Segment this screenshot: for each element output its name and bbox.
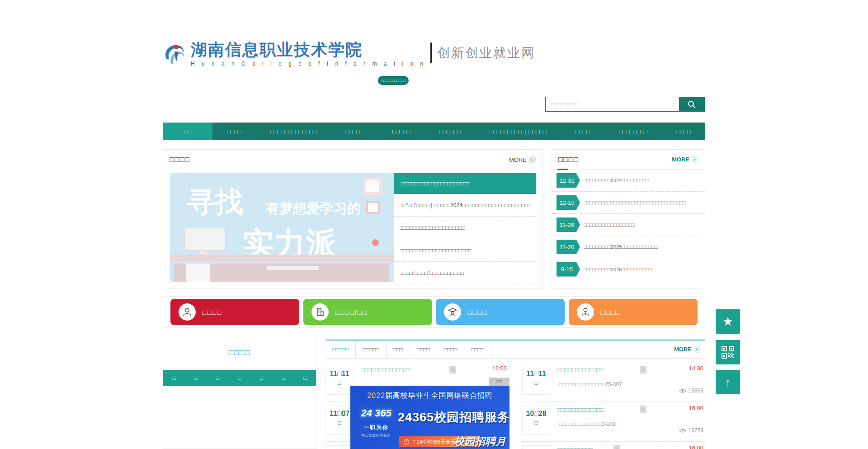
notice-more-link[interactable]: MORE ▶ — [672, 156, 698, 163]
banner-text-1: 寻找 — [187, 183, 243, 221]
ad-close-button[interactable]: □□ — [489, 378, 509, 386]
news-list-item[interactable]: □□□□□□□□□□□□□□□□□□□□ — [394, 217, 536, 239]
quick-link-3[interactable]: □□□□ — [436, 299, 565, 325]
nav-item-5[interactable]: □□□□□□ — [374, 123, 425, 140]
news-item-text: □□“□□”□□□□ | □□□□□2024□□□□□□□□□□□□□□□□□□… — [400, 202, 531, 208]
logo-divider — [430, 43, 432, 63]
tab-6[interactable]: □□□□ — [464, 340, 491, 358]
quick-link-label: □□□□ — [202, 308, 222, 316]
notice-date-badge: 12-31 — [557, 173, 580, 188]
job-title: □□□□□□□□□□□□□ — [557, 406, 604, 413]
job-item[interactable]: 10□27 □ □□□□□□□□□□ □ 16:00 — [522, 442, 705, 449]
college-logo-icon — [163, 41, 186, 67]
banner-frame-decor — [366, 201, 380, 214]
banner-frame-decor — [363, 178, 382, 195]
job-date: 11□07 □ — [326, 406, 354, 435]
back-to-top-button[interactable]: ↑ — [716, 370, 740, 394]
nav-item-6[interactable]: □□□□□□ — [425, 123, 476, 140]
ad-logo-number: 24 365 — [357, 407, 396, 419]
job-item[interactable]: 10□28 □ □□□□□□□□□□□□□ □ □□□□□□□□□□□□□3-2… — [522, 402, 705, 442]
news-list: □□□□□□□□□□□□□□□□□□□□□ □□“□□”□□□□ | □□□□□… — [394, 173, 536, 284]
nav-item-10[interactable]: □□□□ — [662, 123, 705, 140]
qrcode-icon — [722, 346, 734, 359]
quick-link-1[interactable]: □□□□ — [170, 299, 299, 325]
nav-item-home[interactable]: □□ — [163, 123, 212, 140]
job-views: 19759 — [679, 427, 703, 434]
ad-banner[interactable]: 2022届高校毕业生全国网络联合招聘 24 365 一职为你 网上校园招聘服务 … — [350, 386, 509, 449]
nav-item-7[interactable]: □□□□□□□□□□□□□□□□ — [475, 123, 561, 140]
qrcode-button[interactable] — [716, 340, 740, 364]
job-subtitle: □□□□□□□□□□□□□□25-307 — [559, 381, 622, 388]
ad-logo: 24 365 一职为你 网上校园招聘服务 — [357, 407, 396, 438]
more-label: MORE — [509, 156, 527, 163]
job-date-day: □ — [523, 380, 550, 386]
site-logo[interactable]: 湖南信息职业技术学院 H u n a n C o l l e g e o f I… — [163, 41, 535, 67]
nav-item-4[interactable]: □□□□ — [331, 123, 374, 140]
tab-4[interactable]: □□□□ — [410, 340, 437, 358]
notice-item[interactable]: 12-10 □□□□□□□□□□□□□□□□□□□□□□□□□□□□□□□□□□ — [552, 192, 705, 214]
search-bar — [545, 97, 705, 112]
job-date-day: □ — [326, 380, 353, 386]
weekday-cell: □ — [229, 370, 250, 386]
banner-dot-decor — [372, 239, 379, 246]
ad-year-rest: 届高校毕业生全国网络联合招聘 — [385, 392, 493, 399]
quick-link-2[interactable]: □□□□/□□ — [303, 299, 432, 325]
main-nav: □□ □□□□ □□□□□□□□□□□□□ □□□□ □□□□□□ □□□□□□… — [163, 123, 705, 140]
news-list-item[interactable]: □□□□□□□□□□□□□□□□□□□□□□ — [394, 239, 536, 262]
site-name: 创新创业就业网 — [437, 44, 535, 61]
carousel-banner[interactable]: 寻找 有梦想爱学习的 实力派 — [170, 173, 394, 282]
job-date: 10□30 □ — [326, 445, 354, 449]
tab-5[interactable]: □□□□ — [437, 340, 464, 358]
job-column-right: 11□11 □ □□□□□□□□□□□□□ □ □□□□□□□□□□□□□□25… — [522, 362, 705, 449]
news-list-item[interactable]: □□“□□”□□□□ | □□□□□2024□□□□□□□□□□□□□□□□□□… — [394, 194, 536, 217]
notice-date-badge: 12-10 — [557, 195, 580, 210]
star-icon: ★ — [722, 315, 733, 329]
job-title: □□□□□□□□□□ — [557, 446, 593, 449]
notice-panel: □□□□ MORE ▶ 12-31 □□□□□□□□□2024□□□□□□□□□… — [552, 149, 705, 288]
notice-date-badge: 9-15 — [557, 262, 580, 277]
nav-item-9[interactable]: □□□□□□□□ — [604, 123, 662, 140]
ad-logo-tiny: 网上校园招聘服务 — [357, 433, 396, 438]
quick-link-4[interactable]: □□□□ — [569, 299, 698, 325]
nav-item-3[interactable]: □□□□□□□□□□□□□ — [256, 123, 331, 140]
news-item-text: □□□□□□□□□□□□□□□□□□□□ — [400, 225, 465, 231]
ad-year: 2022 — [367, 392, 385, 399]
notice-item[interactable]: 9-15 □□□□□□□□□2025□□□□□□□□□□ — [552, 258, 705, 280]
tab-3[interactable]: □□□ — [387, 340, 410, 358]
search-button[interactable] — [679, 97, 704, 111]
eye-icon — [679, 388, 686, 393]
notice-panel-title: □□□□ — [558, 155, 579, 164]
notice-item[interactable]: 12-31 □□□□□□□□□2024□□□□□□□□□ — [552, 170, 705, 192]
tab-1[interactable]: □□□□□ — [326, 340, 356, 358]
news-list-item[interactable]: □□□□“□□□□”□□ □□□□□□□□ — [394, 262, 536, 284]
favorite-button[interactable]: ★ — [716, 309, 740, 334]
notice-item-text: □□□□□□□□□□□□□□□□□ — [584, 222, 635, 227]
job-date-monthday: 11□07 — [326, 410, 353, 418]
news-list-item[interactable]: □□□□□□□□□□□□□□□□□□□□□ — [394, 173, 536, 194]
nav-item-2[interactable]: □□□□ — [212, 123, 256, 140]
news-more-link[interactable]: MORE ▶ — [509, 156, 536, 163]
ad-headline-top: 2022届高校毕业生全国网络联合招聘 — [350, 391, 509, 401]
job-time: 16:00 — [689, 405, 703, 411]
tab-2[interactable]: □□□□□ — [356, 340, 386, 358]
eye-icon — [679, 428, 686, 433]
job-item[interactable]: 11□11 □ □□□□□□□□□□□□□ □ □□□□□□□□□□□□□□25… — [522, 362, 705, 402]
notice-item-text: □□□□□□□□□□□□□□□□□□□□□□□□□□□□□□□□□□ — [584, 200, 686, 205]
clock-icon — [404, 439, 409, 444]
notice-date-badge: 11-20 — [557, 240, 580, 254]
search-input[interactable] — [546, 97, 679, 111]
building-icon — [311, 303, 329, 321]
entry-pill-button[interactable]: □□□□□□□□□□□ — [378, 76, 409, 85]
job-date-monthday: 11□11 — [523, 370, 550, 378]
notice-item[interactable]: 11-29 □□□□□□□□□□□□□□□□□ — [552, 214, 705, 236]
notice-item[interactable]: 11-20 □□□□□□□□□2025□□□□□□□□□□□□ — [552, 236, 705, 258]
quick-link-label: □□□□ — [600, 308, 620, 316]
jobs-more-link[interactable]: MORE ▶ — [674, 340, 705, 358]
calendar-week-row: □ □ □ □ □ □ □ — [163, 370, 316, 386]
banner-desk-decor — [170, 255, 394, 261]
nav-item-8[interactable]: □□□□ — [561, 123, 604, 140]
quick-link-label: □□□□/□□ — [335, 308, 368, 316]
job-views-count: 19759 — [689, 427, 703, 434]
notice-date-badge: 11-29 — [557, 217, 580, 232]
quick-link-label: □□□□ — [467, 308, 487, 316]
